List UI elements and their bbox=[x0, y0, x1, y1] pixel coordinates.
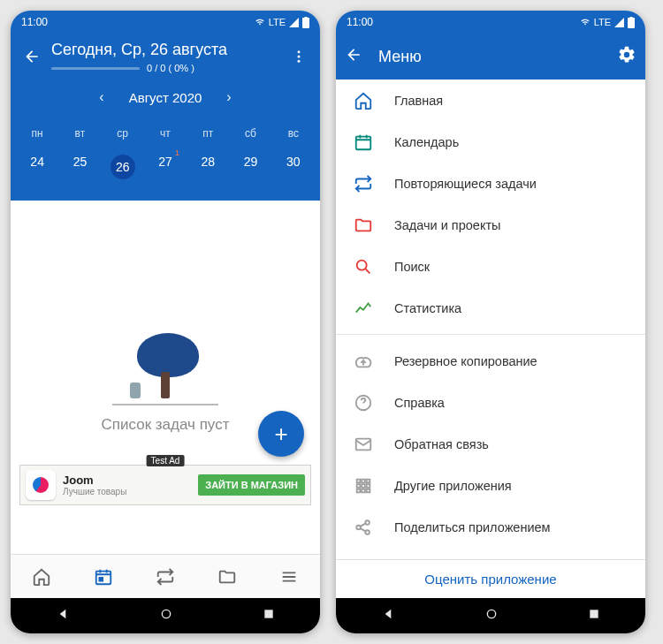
nav-repeat[interactable] bbox=[134, 555, 196, 598]
settings-button[interactable] bbox=[617, 45, 636, 68]
weekday-header: чт bbox=[144, 119, 187, 148]
svg-rect-11 bbox=[356, 136, 371, 149]
status-time: 11:00 bbox=[347, 16, 373, 28]
menu-item-label: Повторяющиеся задачи bbox=[394, 177, 537, 191]
calendar-day[interactable]: 30 bbox=[272, 148, 315, 186]
sys-back[interactable] bbox=[381, 607, 395, 625]
share-icon bbox=[354, 518, 373, 537]
menu-item-stats[interactable]: Статистика bbox=[336, 287, 645, 329]
calendar-day[interactable]: 29 bbox=[229, 148, 271, 186]
back-button[interactable] bbox=[345, 46, 362, 67]
menu-item-label: Календарь bbox=[394, 135, 459, 149]
menu-item-backup[interactable]: Резервное копирование bbox=[336, 340, 645, 382]
calendar-day[interactable]: 26 bbox=[102, 148, 144, 186]
calendar-day[interactable]: 271 bbox=[144, 148, 187, 186]
svg-rect-22 bbox=[362, 489, 365, 492]
menu-item-apps[interactable]: Другие приложения bbox=[336, 465, 645, 506]
sys-home[interactable] bbox=[484, 607, 499, 625]
menu-item-label: Другие приложения bbox=[394, 479, 512, 493]
signal-icon bbox=[288, 17, 300, 28]
status-network: LTE bbox=[594, 17, 611, 27]
month-label[interactable]: Август 2020 bbox=[129, 90, 202, 105]
menu-item-label: Поделиться приложением bbox=[394, 520, 551, 534]
calendar-icon bbox=[354, 133, 373, 152]
calendar-icon bbox=[94, 567, 113, 587]
battery-icon bbox=[628, 17, 635, 28]
svg-rect-18 bbox=[357, 484, 361, 488]
nav-folder[interactable] bbox=[196, 555, 258, 598]
next-month-button[interactable]: › bbox=[226, 89, 231, 105]
ad-subtitle: Лучшие товары bbox=[63, 487, 198, 496]
svg-rect-23 bbox=[367, 489, 370, 492]
svg-rect-0 bbox=[302, 17, 309, 27]
menu-item-calendar[interactable]: Календарь bbox=[336, 121, 645, 163]
weekday-header: пн bbox=[16, 119, 58, 148]
menu-item-share[interactable]: Поделиться приложением bbox=[336, 506, 645, 548]
svg-point-27 bbox=[487, 610, 495, 617]
svg-rect-28 bbox=[591, 610, 598, 617]
calendar-day[interactable]: 25 bbox=[58, 148, 101, 186]
menu-item-label: Главная bbox=[394, 94, 443, 108]
svg-rect-19 bbox=[362, 484, 365, 488]
mail-icon bbox=[354, 435, 373, 454]
arrow-left-icon bbox=[23, 48, 41, 65]
more-vert-icon bbox=[291, 49, 307, 64]
svg-rect-20 bbox=[367, 484, 370, 488]
progress-text: 0 / 0 ( 0% ) bbox=[147, 63, 194, 73]
nav-menu[interactable] bbox=[258, 555, 320, 598]
system-nav bbox=[336, 598, 645, 633]
menu-list: ГлавнаяКалендарьПовторяющиеся задачиЗада… bbox=[336, 80, 645, 559]
sys-back[interactable] bbox=[56, 607, 70, 625]
nav-home[interactable] bbox=[11, 555, 72, 598]
sys-home[interactable] bbox=[159, 607, 173, 625]
calendar-day[interactable]: 24 bbox=[16, 148, 58, 186]
menu-item-folder[interactable]: Задачи и проекты bbox=[336, 204, 645, 246]
battery-icon bbox=[302, 17, 309, 28]
calendar-day[interactable]: 28 bbox=[187, 148, 229, 186]
back-button[interactable] bbox=[19, 44, 44, 69]
svg-rect-8 bbox=[265, 610, 273, 617]
svg-rect-21 bbox=[357, 489, 361, 492]
stats-icon bbox=[354, 299, 373, 318]
sys-recent[interactable] bbox=[588, 608, 600, 624]
sys-recent[interactable] bbox=[263, 608, 275, 624]
ad-cta-button[interactable]: ЗАЙТИ В МАГАЗИН bbox=[198, 474, 305, 496]
search-icon bbox=[354, 257, 373, 277]
rate-app-label: Оценить приложение bbox=[424, 572, 556, 587]
menu-item-home[interactable]: Главная bbox=[336, 80, 645, 121]
ad-badge: Test Ad bbox=[147, 455, 185, 466]
status-bar: 11:00 LTE bbox=[11, 11, 320, 34]
month-navigation: ‹ Август 2020 › bbox=[11, 79, 320, 114]
svg-rect-17 bbox=[367, 479, 370, 482]
repeat-icon bbox=[156, 567, 175, 587]
more-button[interactable] bbox=[286, 44, 311, 69]
menu-item-label: Справка bbox=[394, 396, 445, 410]
weekday-header: вс bbox=[272, 119, 315, 148]
menu-item-mail[interactable]: Обратная связь bbox=[336, 423, 645, 465]
repeat-icon bbox=[354, 174, 373, 193]
menu-item-repeat[interactable]: Повторяющиеся задачи bbox=[336, 163, 645, 204]
arrow-left-icon bbox=[345, 46, 362, 64]
prev-month-button[interactable]: ‹ bbox=[99, 89, 103, 105]
menu-divider bbox=[336, 334, 645, 335]
menu-item-help[interactable]: Справка bbox=[336, 382, 645, 423]
weekday-header: сб bbox=[229, 119, 271, 148]
phone-left: 11:00 LTE Сегодня, Ср, 26 августа 0 / 0 … bbox=[11, 11, 320, 633]
svg-rect-10 bbox=[629, 17, 632, 19]
ad-banner[interactable]: Test Ad Joom Лучшие товары ЗАЙТИ В МАГАЗ… bbox=[19, 465, 311, 505]
folder-icon bbox=[354, 216, 373, 235]
signal-icon bbox=[613, 17, 625, 28]
svg-point-12 bbox=[357, 260, 367, 269]
menu-item-label: Поиск bbox=[394, 260, 430, 274]
folder-icon bbox=[217, 567, 237, 587]
backup-icon bbox=[354, 352, 373, 371]
menu-item-search[interactable]: Поиск bbox=[336, 246, 645, 287]
svg-rect-15 bbox=[357, 479, 361, 482]
add-task-fab[interactable]: + bbox=[258, 411, 304, 457]
wifi-icon bbox=[254, 18, 266, 27]
rate-app-button[interactable]: Оценить приложение bbox=[336, 559, 645, 598]
gear-icon bbox=[617, 45, 636, 64]
svg-rect-1 bbox=[304, 17, 307, 19]
nav-calendar[interactable] bbox=[72, 555, 134, 598]
status-time: 11:00 bbox=[21, 16, 48, 28]
